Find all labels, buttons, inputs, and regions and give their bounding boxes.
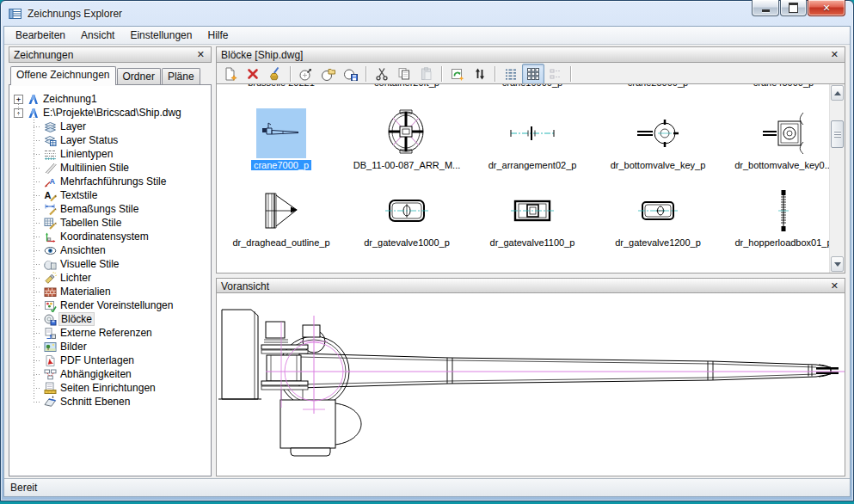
tree-item-materialien[interactable]: Materialien [9, 285, 211, 298]
tree-item-multilinien-stile[interactable]: Multilinien Stile [9, 161, 211, 175]
toolbar-separator [495, 66, 496, 82]
preview-close-icon[interactable]: ✕ [829, 281, 840, 291]
delete-block-button[interactable] [242, 64, 264, 84]
icons-view-button[interactable] [522, 64, 544, 84]
dependencies-icon [44, 368, 57, 381]
tree-item-lichter[interactable]: Lichter [9, 271, 211, 285]
copy-button[interactable] [393, 64, 415, 84]
block-label[interactable]: crane25000_p [628, 83, 688, 88]
close-button[interactable]: ✕ [808, 0, 845, 16]
expand-plus-icon[interactable]: + [14, 95, 23, 104]
menu-einstellungen[interactable]: Einstellungen [122, 28, 200, 43]
tree-item-render-voreinstellungen[interactable]: Render Voreinstellungen [9, 298, 211, 312]
tree-item-mehrfachfuehrungs-stile[interactable]: A Mehrfachführungs Stile [9, 175, 211, 188]
block-thumbnail[interactable] [507, 186, 557, 236]
details-view-button[interactable] [500, 64, 522, 84]
block-item-dr-bottomvalve-key[interactable]: dr_bottomvalve_key_p [595, 108, 721, 170]
block-label[interactable]: crane45000_p [753, 83, 814, 88]
preview-panel-title: Voransicht [221, 280, 269, 292]
tree-item-bloecke[interactable]: Blöcke [9, 312, 211, 326]
tree-item-layer[interactable]: Layer [9, 120, 211, 133]
layer-status-icon [44, 134, 57, 147]
tree-item-tabellen-stile[interactable]: Tabellen Stile [9, 216, 211, 230]
minimize-button[interactable] [752, 0, 779, 16]
block-item-dr-hopperloadbox01[interactable]: dr_hopperloadbox01_p [721, 186, 845, 248]
tab-offene-zeichnungen[interactable]: Offene Zeichnungen [10, 66, 116, 85]
ucs-icon [44, 230, 57, 243]
block-label[interactable]: crane10000_p [502, 83, 562, 88]
xref-icon [44, 327, 57, 340]
titlebar[interactable]: Zeichnungs Explorer ✕ [1, 1, 853, 26]
tree-item-visuelle-stile[interactable]: Visuelle Stile [9, 257, 211, 271]
tree-item-ship-dwg[interactable]: - E:\Projekte\Bricscad\Ship.dwg [9, 106, 211, 120]
scrollbar-thumb[interactable] [831, 120, 844, 148]
block-item-partial[interactable] [344, 263, 470, 274]
block-thumbnail[interactable] [382, 108, 432, 158]
tree-item-ansichten[interactable]: Ansichten [9, 243, 211, 257]
block-item-crane7000[interactable]: crane7000_p [218, 108, 344, 170]
blocks-grid: brusselle 20221 container20ft_p crane100… [216, 83, 845, 274]
blocks-scrollbar[interactable] [829, 84, 845, 273]
zeichnungen-panel-title: Zeichnungen [14, 49, 73, 61]
tree-item-pdf-unterlagen[interactable]: PDF Unterlagen [9, 353, 211, 367]
save-block-to-disk-button[interactable] [340, 64, 362, 84]
block-item-dr-draghead-outline[interactable]: dr_draghead_outline_p [218, 186, 344, 248]
block-label[interactable]: container20ft_p [374, 83, 439, 88]
block-item-partial[interactable] [218, 263, 344, 274]
menu-bearbeiten[interactable]: Bearbeiten [8, 28, 73, 43]
block-item-dr-gatevalve1000[interactable]: dr_gatevalve1000_p [344, 186, 470, 248]
refresh-button[interactable] [469, 64, 491, 84]
tree-item-bilder[interactable]: Bilder [9, 340, 211, 353]
zeichnungs-explorer-window: Zeichnungs Explorer ✕ Bearbeiten Ansicht… [0, 0, 854, 501]
block-label[interactable]: brusselle 20221 [248, 83, 315, 88]
new-block-button[interactable] [219, 64, 242, 84]
multiline-styles-icon [44, 162, 57, 175]
maximize-button[interactable] [780, 0, 807, 16]
scroll-down-arrow[interactable] [831, 256, 844, 272]
block-item-dr-gatevalve1100[interactable]: dr_gatevalve1100_p [470, 186, 595, 248]
block-item-dr-arrangement02[interactable]: dr_arrangement02_p [470, 108, 595, 170]
maximize-icon [789, 3, 798, 13]
block-thumbnail[interactable] [759, 108, 808, 158]
status-text: Bereit [10, 482, 37, 494]
block-item-dr-gatevalve1200[interactable]: dr_gatevalve1200_p [595, 186, 721, 248]
toolbar-separator [570, 66, 572, 82]
block-thumbnail[interactable] [382, 186, 432, 236]
tree-item-bemassungs-stile[interactable]: Bemaßungs Stile [9, 202, 211, 216]
scroll-up-arrow[interactable] [831, 85, 844, 101]
cut-button[interactable] [371, 64, 393, 84]
main-area: Zeichnungen ✕ Offene Zeichnungen Ordner … [4, 45, 850, 478]
triangle-up-icon [834, 91, 841, 95]
zeichnungen-close-icon[interactable]: ✕ [195, 50, 206, 59]
minimize-icon [762, 9, 770, 12]
layers-icon [44, 120, 57, 133]
block-thumbnail[interactable] [633, 108, 683, 158]
block-thumbnail[interactable] [759, 186, 808, 236]
statusbar: Bereit [4, 478, 850, 496]
block-item-dr-bottomvalve-key0[interactable]: dr_bottomvalve_key0... [721, 108, 845, 170]
block-thumbnail[interactable] [256, 186, 306, 236]
block-item-db-11-00-087[interactable]: DB_11-00-087_ARR_M... [344, 108, 470, 170]
tree-item-textstile[interactable]: A Textstile [9, 188, 211, 202]
purge-button[interactable] [264, 64, 286, 84]
tab-plaene[interactable]: Pläne [162, 68, 200, 84]
views-icon [44, 244, 57, 257]
tree-item-zeichnung1[interactable]: + Zeichnung1 [9, 92, 211, 106]
tree-item-schnitt-ebenen[interactable]: Schnitt Ebenen [9, 395, 211, 409]
block-thumbnail[interactable] [633, 186, 683, 236]
add-block-button[interactable] [295, 64, 317, 84]
blocks-close-icon[interactable]: ✕ [829, 50, 840, 59]
tree-item-abhaengigkeiten[interactable]: Abhängigkeiten [9, 367, 211, 381]
menu-ansicht[interactable]: Ansicht [73, 28, 122, 43]
tree-item-seiten-einrichtungen[interactable]: Seiten Einrichtungen [9, 381, 211, 395]
open-block-button[interactable] [317, 64, 340, 84]
tree-item-linientypen[interactable]: Linientypen [9, 147, 211, 161]
tree-item-externe-referenzen[interactable]: Externe Referenzen [9, 326, 211, 340]
menu-hilfe[interactable]: Hilfe [200, 28, 236, 43]
tree-item-layer-status[interactable]: Layer Status [9, 133, 211, 147]
insert-block-update-button[interactable] [446, 64, 469, 84]
block-thumbnail[interactable] [507, 108, 557, 158]
tab-ordner[interactable]: Ordner [117, 68, 161, 84]
tree-item-koordinatensystem[interactable]: Koordinatensystem [9, 230, 211, 243]
block-thumbnail-selected[interactable] [256, 108, 306, 158]
